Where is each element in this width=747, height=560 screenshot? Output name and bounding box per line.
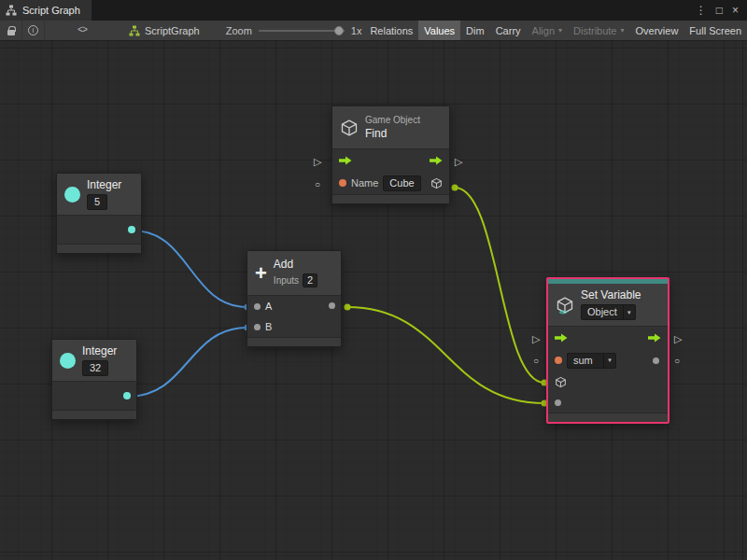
close-icon[interactable]: × xyxy=(732,5,739,16)
chevron-down-icon: ▾ xyxy=(623,305,635,319)
zoom-slider[interactable] xyxy=(259,30,345,32)
toolbar-button-overview[interactable]: Overview xyxy=(630,21,684,40)
lock-button[interactable] xyxy=(0,21,22,40)
set-variable-name-external-port[interactable]: ○ xyxy=(533,356,539,367)
integer-type-icon xyxy=(64,187,80,203)
zoom-label: Zoom xyxy=(226,25,252,36)
flow-in-arrow-icon[interactable] xyxy=(555,333,568,343)
wire-integer-a-output-to-add-input-a[interactable] xyxy=(133,231,247,307)
integer-type-icon xyxy=(60,353,76,369)
node-footer xyxy=(247,337,341,346)
toolbar-toggle-group: Relations Values Dim Carry Align ▾ Distr… xyxy=(364,21,747,40)
node-footer xyxy=(332,194,449,203)
find-name-external-port[interactable]: ○ xyxy=(315,179,320,190)
variable-scope-dropdown[interactable]: Object ▾ xyxy=(581,304,636,320)
angle-brackets-icon: <> xyxy=(559,308,566,316)
find-result-port-icon[interactable] xyxy=(430,177,443,189)
find-name-input-port[interactable] xyxy=(339,179,346,187)
maximize-icon[interactable]: □ xyxy=(716,5,723,16)
add-input-a-port[interactable] xyxy=(254,303,261,310)
toolbar-button-fullscreen[interactable]: Full Screen xyxy=(684,21,747,40)
variable-name-value: sum xyxy=(568,354,603,368)
wire-integer-b-output-to-add-input-b[interactable] xyxy=(128,328,247,397)
value-input-port[interactable] xyxy=(555,399,561,406)
node-integer-b[interactable]: Integer 32 xyxy=(51,339,137,420)
graph-canvas[interactable]: Integer 5 Integer 32 xyxy=(0,41,747,560)
flow-out-arrow-icon[interactable] xyxy=(648,333,661,343)
chevron-down-icon: ▾ xyxy=(558,26,562,35)
node-set-variable[interactable]: <> Set Variable Object ▾ sum ▾ xyxy=(546,277,669,424)
menu-icon[interactable]: ⋮ xyxy=(696,5,707,16)
wire-endpoint-add-output[interactable] xyxy=(345,304,351,311)
node-footer xyxy=(52,410,136,419)
node-find[interactable]: Game Object Find Name Cube xyxy=(331,105,450,204)
info-button[interactable]: i xyxy=(22,21,45,40)
variable-name-dropdown[interactable]: sum ▾ xyxy=(567,353,616,369)
node-footer xyxy=(57,244,141,253)
code-icon: <> xyxy=(78,25,87,35)
lock-icon xyxy=(7,30,15,35)
node-add-header: + Add Inputs 2 xyxy=(247,251,341,296)
flow-out-arrow-icon[interactable] xyxy=(430,156,443,165)
toolbar-button-values[interactable]: Values xyxy=(418,21,460,40)
titlebar: Script Graph ⋮ □ × xyxy=(0,0,747,21)
zoom-slider-handle[interactable] xyxy=(334,26,344,35)
toolbar-button-dim[interactable]: Dim xyxy=(460,21,490,40)
find-name-value-field[interactable]: Cube xyxy=(383,175,420,191)
find-name-label: Name xyxy=(351,177,378,189)
info-icon: i xyxy=(28,25,38,35)
inputs-count-field[interactable]: 2 xyxy=(303,273,317,287)
toolbar-button-align: Align ▾ xyxy=(527,21,568,40)
integer-value-field[interactable]: 32 xyxy=(82,360,108,376)
chevron-down-icon: ▾ xyxy=(603,354,615,368)
node-set-variable-header: <> Set Variable Object ▾ xyxy=(548,284,668,327)
flow-in-arrow-icon[interactable] xyxy=(339,156,352,165)
tab-script-graph[interactable]: Script Graph xyxy=(0,0,92,21)
object-input-port-icon[interactable] xyxy=(555,376,567,388)
zoom-value: 1x xyxy=(351,25,362,36)
set-variable-flow-in-port[interactable]: ▷ xyxy=(532,333,540,344)
edit-source-button[interactable]: <> xyxy=(71,21,93,40)
integer-value-field[interactable]: 5 xyxy=(87,194,107,210)
node-title: Integer xyxy=(82,345,117,357)
distribute-label: Distribute xyxy=(573,25,616,36)
node-integer-b-header: Integer 32 xyxy=(52,340,136,382)
inputs-label: Inputs xyxy=(274,275,299,286)
integer-a-output-port[interactable] xyxy=(128,226,135,233)
set-variable-object-row xyxy=(548,371,668,392)
set-variable-value-row xyxy=(548,392,668,413)
add-input-b-row: B xyxy=(247,316,341,337)
node-add[interactable]: + Add Inputs 2 A B xyxy=(247,250,342,347)
graph-asset-name: ScriptGraph xyxy=(145,25,200,36)
zoom-control: Zoom 1x xyxy=(226,21,362,40)
node-title: Find xyxy=(365,128,420,140)
graph-asset-breadcrumb[interactable]: ScriptGraph xyxy=(123,21,205,40)
wire-find-output-to-set-variable-object-input[interactable] xyxy=(455,188,544,383)
variable-name-input-port[interactable] xyxy=(555,357,562,364)
set-variable-output-port[interactable] xyxy=(653,357,659,364)
add-input-a-label: A xyxy=(265,301,272,312)
game-object-icon xyxy=(340,119,359,137)
node-title: Add xyxy=(274,259,317,271)
toolbar-button-carry[interactable]: Carry xyxy=(490,21,527,40)
node-find-header: Game Object Find xyxy=(332,106,449,149)
script-graph-icon xyxy=(129,25,140,36)
window-title: Script Graph xyxy=(22,5,80,16)
node-integer-a-header: Integer 5 xyxy=(57,174,141,216)
find-flow-in-port[interactable]: ▷ xyxy=(314,156,321,167)
wire-add-output-to-set-variable-value-input[interactable] xyxy=(347,307,544,403)
add-icon: + xyxy=(255,264,267,283)
window-controls: ⋮ □ × xyxy=(696,0,747,21)
node-title: Integer xyxy=(87,179,121,191)
node-integer-a[interactable]: Integer 5 xyxy=(56,173,142,254)
set-variable-output-external-port[interactable]: ○ xyxy=(674,356,680,367)
wire-endpoint-find-output[interactable] xyxy=(452,185,458,191)
add-output-port[interactable] xyxy=(329,302,335,309)
add-input-b-port[interactable] xyxy=(254,324,261,330)
toolbar-button-relations[interactable]: Relations xyxy=(364,21,418,40)
integer-b-output-port[interactable] xyxy=(123,392,131,399)
node-footer xyxy=(548,413,668,422)
set-variable-flow-out-port[interactable]: ▷ xyxy=(674,333,682,344)
find-flow-out-port[interactable]: ▷ xyxy=(455,156,462,167)
chevron-down-icon: ▾ xyxy=(621,26,625,35)
